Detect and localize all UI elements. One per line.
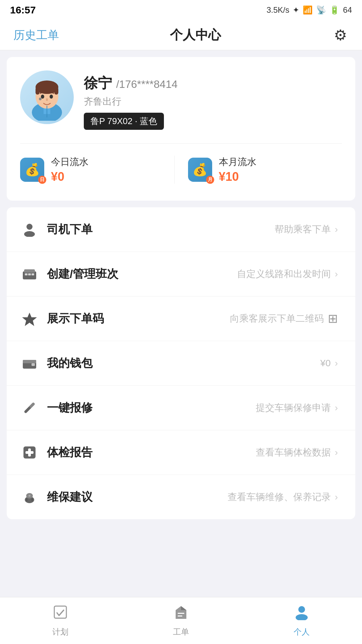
- schedule-desc: 自定义线路和出发时间 ›: [237, 268, 338, 280]
- user-phone: /176****8414: [116, 78, 177, 90]
- menu-item-maintenance[interactable]: 维保建议 查看车辆维修、保养记录 ›: [7, 475, 355, 519]
- svg-rect-32: [32, 498, 33, 501]
- svg-rect-18: [32, 273, 34, 275]
- history-orders-button[interactable]: 历史工单: [13, 28, 59, 43]
- chevron-icon: ›: [335, 447, 338, 458]
- repair-icon: [20, 398, 39, 417]
- qr-code-icon: [20, 309, 39, 328]
- menu-item-wallet[interactable]: 我的钱包 ¥0 ›: [7, 341, 355, 386]
- daily-revenue-stat[interactable]: 💰 日 今日流水 ¥0: [20, 156, 175, 184]
- avatar: [20, 70, 74, 124]
- svg-rect-16: [25, 273, 27, 275]
- svg-point-30: [28, 495, 31, 497]
- profile-label: 个人: [294, 627, 310, 637]
- qr-code-desc: 向乘客展示下单二维码 ⊞: [230, 312, 338, 326]
- daily-badge: 日: [38, 176, 46, 184]
- daily-value: ¥0: [51, 170, 88, 184]
- svg-point-10: [39, 98, 42, 100]
- battery-level: 64: [343, 5, 352, 15]
- nav-item-profile[interactable]: 个人: [241, 604, 362, 637]
- svg-point-7: [41, 95, 44, 99]
- maintenance-icon: [20, 488, 39, 506]
- orders-icon: [173, 604, 189, 624]
- orders-label: 工单: [173, 627, 189, 637]
- svg-marker-35: [181, 606, 186, 610]
- repair-desc: 提交车辆保修申请 ›: [256, 401, 338, 414]
- svg-rect-17: [28, 273, 31, 275]
- chevron-icon: ›: [335, 269, 338, 279]
- health-icon: [20, 443, 39, 462]
- monthly-label: 本月流水: [219, 156, 256, 168]
- wallet-desc: ¥0 ›: [320, 358, 338, 369]
- monthly-badge: 月: [206, 176, 214, 184]
- svg-rect-5: [36, 87, 40, 95]
- wallet-label: 我的钱包: [47, 356, 320, 371]
- chevron-icon: ›: [335, 402, 338, 413]
- wifi-icon: 📡: [316, 5, 326, 15]
- maintenance-label: 维保建议: [47, 489, 228, 505]
- profile-nav-icon: [294, 604, 310, 624]
- schedule-label: 创建/管理班次: [47, 266, 237, 282]
- svg-point-38: [298, 606, 305, 613]
- wallet-icon: [20, 354, 39, 373]
- svg-rect-22: [32, 363, 35, 366]
- menu-item-repair[interactable]: 一键报修 提交车辆保修申请 ›: [7, 386, 355, 430]
- chevron-icon: ›: [335, 358, 338, 369]
- repair-label: 一键报修: [47, 400, 256, 416]
- daily-label: 今日流水: [51, 156, 88, 168]
- svg-point-8: [50, 95, 53, 99]
- svg-point-13: [24, 231, 35, 237]
- svg-rect-21: [23, 360, 36, 363]
- qr-code-label: 展示下单码: [47, 311, 230, 326]
- stats-row: 💰 日 今日流水 ¥0 💰 月 本月流水 ¥10: [20, 143, 342, 184]
- monthly-revenue-text: 本月流水 ¥10: [219, 156, 256, 184]
- profile-info: 徐宁 /176****8414 齐鲁出行 鲁P 79X02 · 蓝色: [20, 70, 342, 130]
- menu-card: 司机下单 帮助乘客下单 › 创建/管理班次 自定义线路和出发时间 ›: [7, 207, 355, 519]
- plan-label: 计划: [52, 627, 68, 637]
- nav-item-plan[interactable]: 计划: [0, 604, 121, 637]
- battery-icon: 🔋: [329, 5, 340, 15]
- signal-icon: 📶: [303, 5, 313, 15]
- chevron-icon: ›: [335, 224, 338, 235]
- svg-rect-6: [54, 87, 58, 95]
- driver-order-icon: [20, 220, 39, 239]
- daily-revenue-icon: 💰 日: [20, 158, 44, 182]
- svg-rect-33: [54, 606, 66, 618]
- qr-icon: ⊞: [328, 312, 338, 326]
- monthly-revenue-stat[interactable]: 💰 月 本月流水 ¥10: [175, 156, 342, 184]
- svg-point-9: [46, 98, 48, 101]
- svg-rect-27: [25, 451, 34, 454]
- menu-item-qr-code[interactable]: 展示下单码 向乘客展示下单二维码 ⊞: [7, 297, 355, 341]
- header: 历史工单 个人中心 ⚙: [0, 20, 362, 50]
- health-label: 体检报告: [47, 445, 256, 460]
- license-plate: 鲁P 79X02 · 蓝色: [84, 113, 164, 130]
- network-speed: 3.5K/s: [266, 5, 289, 15]
- daily-revenue-text: 今日流水 ¥0: [51, 156, 88, 184]
- status-icons: 3.5K/s ✦ 📶 📡 🔋 64: [266, 5, 352, 15]
- svg-rect-37: [178, 615, 182, 616]
- svg-point-12: [26, 224, 33, 230]
- svg-rect-36: [178, 613, 184, 614]
- svg-rect-15: [24, 269, 35, 273]
- driver-order-label: 司机下单: [47, 222, 275, 237]
- chevron-icon: ›: [335, 492, 338, 502]
- profile-details: 徐宁 /176****8414 齐鲁出行 鲁P 79X02 · 蓝色: [84, 70, 342, 130]
- user-company: 齐鲁出行: [84, 95, 342, 108]
- monthly-value: ¥10: [219, 170, 256, 184]
- svg-marker-19: [22, 313, 37, 326]
- schedule-icon: [20, 265, 39, 283]
- menu-item-health[interactable]: 体检报告 查看车辆体检数据 ›: [7, 430, 355, 475]
- svg-rect-31: [26, 498, 27, 501]
- status-time: 16:57: [10, 4, 36, 16]
- nav-item-orders[interactable]: 工单: [121, 604, 241, 637]
- menu-item-driver-order[interactable]: 司机下单 帮助乘客下单 ›: [7, 207, 355, 252]
- menu-item-schedule[interactable]: 创建/管理班次 自定义线路和出发时间 ›: [7, 252, 355, 297]
- monthly-revenue-icon: 💰 月: [188, 158, 212, 182]
- profile-card: 徐宁 /176****8414 齐鲁出行 鲁P 79X02 · 蓝色 💰 日 今…: [7, 57, 355, 201]
- page-title: 个人中心: [170, 26, 221, 44]
- settings-button[interactable]: ⚙: [332, 27, 349, 44]
- health-desc: 查看车辆体检数据 ›: [256, 446, 338, 459]
- profile-name-row: 徐宁 /176****8414: [84, 74, 342, 93]
- bluetooth-icon: ✦: [293, 5, 299, 15]
- maintenance-desc: 查看车辆维修、保养记录 ›: [228, 491, 338, 503]
